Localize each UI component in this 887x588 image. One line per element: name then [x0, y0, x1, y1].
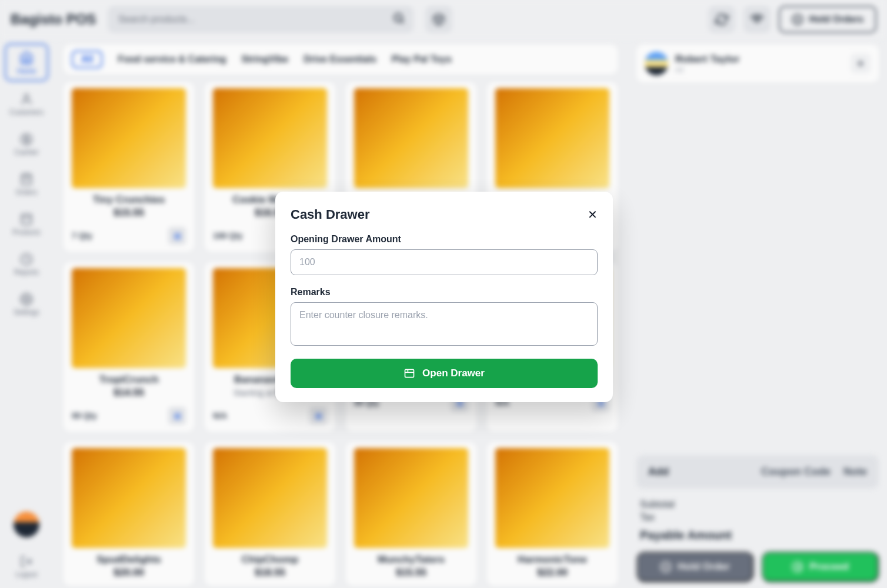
remarks-label: Remarks	[291, 287, 598, 298]
modal-overlay: Cash Drawer ✕ Opening Drawer Amount Rema…	[0, 0, 887, 588]
svg-rect-23	[405, 369, 414, 377]
cash-drawer-modal: Cash Drawer ✕ Opening Drawer Amount Rema…	[275, 192, 613, 402]
remarks-input[interactable]	[291, 302, 598, 346]
open-drawer-button[interactable]: Open Drawer	[291, 359, 598, 388]
close-icon[interactable]: ✕	[588, 208, 598, 222]
drawer-icon	[404, 368, 415, 379]
open-drawer-label: Open Drawer	[422, 368, 485, 379]
modal-title: Cash Drawer	[291, 207, 370, 222]
amount-input[interactable]	[291, 249, 598, 275]
amount-label: Opening Drawer Amount	[291, 234, 598, 245]
